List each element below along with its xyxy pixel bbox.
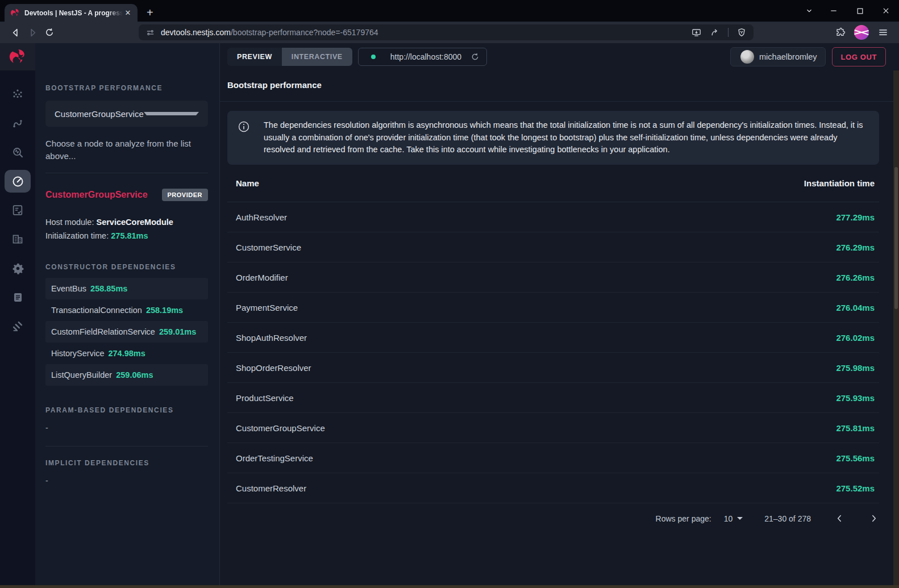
row-name: OrderModifier bbox=[227, 273, 836, 282]
table-header: Name Instantiation time bbox=[227, 165, 879, 202]
site-settings-icon[interactable] bbox=[145, 28, 155, 37]
browser-menu-icon[interactable] bbox=[877, 27, 889, 38]
node-select[interactable]: CustomerGroupService bbox=[45, 101, 208, 127]
chevron-down-icon bbox=[737, 517, 743, 520]
sidebar-item-audit-icon[interactable] bbox=[5, 199, 31, 222]
dependency-item[interactable]: EventBus258.85ms bbox=[45, 278, 208, 299]
status-dot bbox=[371, 55, 376, 59]
sidebar-item-docs-icon[interactable] bbox=[5, 286, 31, 308]
table-row[interactable]: PaymentService276.04ms bbox=[227, 293, 879, 323]
page-scrollbar[interactable] bbox=[893, 70, 899, 588]
send-to-device-icon[interactable] bbox=[691, 27, 702, 38]
sidebar-item-modules-icon[interactable] bbox=[5, 228, 31, 251]
row-name: OrderTestingService bbox=[227, 453, 836, 463]
user-avatar bbox=[740, 50, 754, 64]
target-url: http://localhost:8000 bbox=[390, 52, 461, 61]
row-name: CustomerService bbox=[227, 243, 836, 252]
previous-page-button[interactable] bbox=[834, 514, 845, 523]
bootstrap-performance-panel: BOOTSTRAP PERFORMANCE CustomerGroupServi… bbox=[35, 43, 220, 588]
dependency-item[interactable]: HistoryService274.98ms bbox=[45, 343, 208, 364]
forward-button[interactable] bbox=[24, 24, 41, 41]
table-row[interactable]: ShopOrderResolver275.98ms bbox=[227, 353, 879, 383]
column-instantiation-time: Instantiation time bbox=[804, 178, 879, 188]
browser-tab[interactable]: Devtools | NestJS - A progressive ✕ bbox=[5, 4, 138, 22]
username: michaelbromley bbox=[759, 52, 817, 61]
window-edge bbox=[0, 585, 899, 588]
provider-badge: PROVIDER bbox=[162, 189, 208, 201]
reload-button[interactable] bbox=[41, 24, 58, 41]
info-text: The dependencies resolution algorithm is… bbox=[264, 119, 868, 156]
dependency-name: CustomFieldRelationService bbox=[51, 327, 155, 336]
sidebar-item-routes-icon[interactable] bbox=[5, 112, 31, 135]
main-content: PREVIEW INTERACTIVE http://localhost:800… bbox=[220, 43, 899, 588]
dependency-item[interactable]: TransactionalConnection258.19ms bbox=[45, 299, 208, 321]
rows-per-page-select[interactable]: 10 bbox=[724, 514, 743, 523]
table-row[interactable]: AuthResolver277.29ms bbox=[227, 202, 879, 232]
sidebar-item-inspect-icon[interactable] bbox=[5, 141, 31, 164]
dependency-item[interactable]: CustomFieldRelationService259.01ms bbox=[45, 321, 208, 343]
window-close-button[interactable] bbox=[873, 0, 899, 22]
sidebar-item-issues-icon[interactable] bbox=[5, 315, 31, 337]
row-name: CustomerGroupService bbox=[227, 423, 836, 433]
tab-search-chevron-icon[interactable] bbox=[798, 0, 821, 22]
chevron-down-icon bbox=[144, 112, 199, 115]
row-instantiation-time: 276.02ms bbox=[836, 333, 879, 343]
brave-shield-icon[interactable] bbox=[736, 27, 747, 37]
table-row[interactable]: ProductService275.93ms bbox=[227, 383, 879, 413]
sidebar-item-graph-icon[interactable] bbox=[5, 83, 31, 106]
new-tab-button[interactable]: + bbox=[147, 6, 153, 19]
dependency-time: 258.19ms bbox=[146, 306, 183, 315]
browser-profile-avatar[interactable] bbox=[854, 25, 869, 40]
param-deps-title: PARAM-BASED DEPENDENCIES bbox=[45, 406, 208, 414]
extensions-icon[interactable] bbox=[835, 27, 846, 38]
table-row[interactable]: CustomerResolver275.52ms bbox=[227, 473, 879, 503]
dependency-name: ListQueryBuilder bbox=[51, 370, 112, 380]
logout-button[interactable]: LOG OUT bbox=[832, 47, 886, 66]
dependency-item[interactable]: ListQueryBuilder259.06ms bbox=[45, 364, 208, 386]
user-chip[interactable]: michaelbromley bbox=[730, 47, 826, 66]
table-pagination: Rows per page: 10 21–30 of 278 bbox=[227, 503, 879, 533]
sidebar-item-performance-icon[interactable] bbox=[5, 170, 31, 193]
table-row[interactable]: ShopAuthResolver276.02ms bbox=[227, 323, 879, 353]
performance-table-body: AuthResolver277.29msCustomerService276.2… bbox=[227, 202, 879, 503]
pagination-range: 21–30 of 278 bbox=[764, 514, 811, 523]
share-icon[interactable] bbox=[710, 27, 720, 37]
nestjs-favicon bbox=[10, 8, 20, 18]
rows-per-page-label: Rows per page: bbox=[656, 514, 711, 523]
row-instantiation-time: 275.93ms bbox=[836, 393, 879, 403]
node-hint-text: Choose a node to analyze from the list a… bbox=[45, 137, 208, 162]
row-instantiation-time: 276.29ms bbox=[836, 243, 879, 252]
implicit-deps-title: IMPLICIT DEPENDENCIES bbox=[45, 459, 208, 467]
table-row[interactable]: CustomerGroupService275.81ms bbox=[227, 413, 879, 443]
refresh-icon[interactable] bbox=[471, 52, 480, 61]
implicit-deps-value: - bbox=[45, 476, 208, 485]
tab-title: Devtools | NestJS - A progressive bbox=[24, 9, 123, 17]
url-text: devtools.nestjs.com/bootstrap-performanc… bbox=[161, 28, 378, 37]
nav-rail bbox=[0, 43, 35, 588]
back-button[interactable] bbox=[7, 24, 24, 41]
host-module-line: Host module: ServiceCoreModule bbox=[45, 215, 208, 229]
nestjs-logo[interactable] bbox=[0, 43, 35, 70]
page-title: Bootstrap performance bbox=[227, 80, 899, 90]
browser-toolbar: devtools.nestjs.com/bootstrap-performanc… bbox=[0, 22, 899, 43]
preview-tab[interactable]: PREVIEW bbox=[227, 48, 282, 66]
target-url-box[interactable]: http://localhost:8000 bbox=[358, 48, 487, 66]
tab-close-icon[interactable]: ✕ bbox=[123, 9, 133, 17]
row-instantiation-time: 275.98ms bbox=[836, 363, 879, 373]
param-deps-value: - bbox=[45, 423, 208, 432]
row-name: CustomerResolver bbox=[227, 483, 836, 493]
next-page-button[interactable] bbox=[868, 514, 879, 523]
row-name: PaymentService bbox=[227, 303, 836, 312]
window-maximize-button[interactable] bbox=[847, 0, 873, 22]
panel-divider bbox=[45, 446, 208, 447]
table-row[interactable]: OrderTestingService275.56ms bbox=[227, 443, 879, 473]
table-row[interactable]: CustomerService276.29ms bbox=[227, 232, 879, 262]
host-module-value: ServiceCoreModule bbox=[96, 218, 173, 227]
url-domain: devtools.nestjs.com bbox=[161, 28, 231, 37]
url-bar[interactable]: devtools.nestjs.com/bootstrap-performanc… bbox=[139, 24, 754, 40]
window-minimize-button[interactable] bbox=[821, 0, 847, 22]
sidebar-item-settings-icon[interactable] bbox=[5, 257, 31, 280]
table-row[interactable]: OrderModifier276.26ms bbox=[227, 262, 879, 293]
interactive-tab[interactable]: INTERACTIVE bbox=[282, 48, 352, 66]
panel-divider bbox=[45, 173, 208, 173]
